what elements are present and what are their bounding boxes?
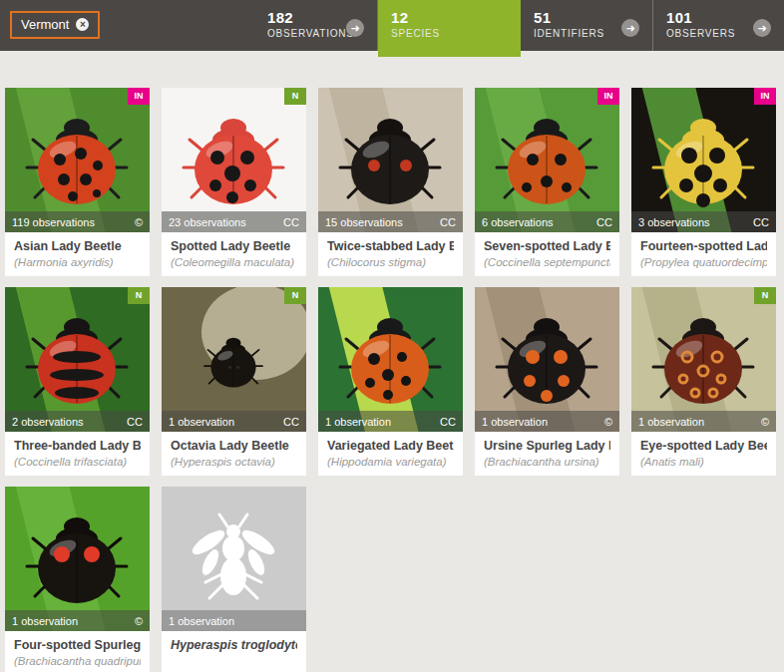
license-label: CC bbox=[753, 216, 769, 228]
photo-overlay-strip: 23 observations CC bbox=[162, 211, 306, 232]
observation-count: 23 observations bbox=[169, 216, 246, 228]
species-card[interactable]: N 1 observation CC Octavia Lady Beetle (… bbox=[162, 287, 306, 476]
species-card[interactable]: 1 observation © Four-spotted Spurleg L..… bbox=[5, 487, 150, 672]
species-card[interactable]: 15 observations CC Twice-stabbed Lady Be… bbox=[318, 88, 463, 276]
tab-species[interactable]: 12 SPECIES bbox=[378, 0, 521, 57]
species-name-block[interactable]: Twice-stabbed Lady Be... (Chilocorus sti… bbox=[318, 232, 463, 276]
stats-tabs: 182 OBSERVATIONS ➜ 12 SPECIES 51 IDENTIF… bbox=[254, 0, 784, 57]
scientific-name: (Hippodamia variegata) bbox=[327, 456, 454, 468]
arrow-right-icon[interactable]: ➜ bbox=[346, 19, 364, 37]
species-card[interactable]: N 23 observations CC Spotted Lady Beetle… bbox=[162, 88, 306, 276]
species-card[interactable]: 1 observation Hyperaspis troglodytes bbox=[162, 487, 306, 672]
photo-overlay-strip: 15 observations CC bbox=[318, 211, 463, 232]
photo-overlay-strip: 1 observation © bbox=[475, 411, 619, 432]
license-label: © bbox=[604, 416, 612, 428]
common-name: Ursine Spurleg Lady B... bbox=[484, 439, 610, 453]
species-name-block[interactable]: Ursine Spurleg Lady B... (Brachiacantha … bbox=[475, 432, 619, 476]
species-photo[interactable]: N 23 observations CC bbox=[162, 88, 306, 232]
species-name-block[interactable]: Four-spotted Spurleg L... (Brachiacantha… bbox=[5, 631, 150, 672]
species-photo[interactable]: IN 119 observations © bbox=[5, 88, 150, 232]
species-photo[interactable]: N 2 observations CC bbox=[5, 287, 150, 432]
common-name: Variegated Lady Beetle bbox=[327, 439, 454, 453]
license-label: © bbox=[761, 416, 769, 428]
scientific-name: (Coccinella trifasciata) bbox=[14, 456, 141, 468]
common-name: Asian Lady Beetle bbox=[14, 239, 141, 253]
species-photo[interactable]: 15 observations CC bbox=[318, 88, 463, 232]
species-name-block[interactable]: Hyperaspis troglodytes bbox=[162, 631, 306, 672]
tab-observers[interactable]: 101 OBSERVERS ➜ bbox=[652, 0, 784, 51]
species-count: 12 bbox=[391, 9, 521, 26]
establishment-badge: IN bbox=[597, 88, 619, 105]
stats-header-bar: Vermont × 182 OBSERVATIONS ➜ 12 SPECIES … bbox=[0, 0, 784, 51]
species-photo[interactable]: N 1 observation © bbox=[631, 287, 776, 432]
place-filter-tag[interactable]: Vermont × bbox=[10, 11, 100, 39]
license-label: CC bbox=[283, 216, 299, 228]
species-name-block[interactable]: Variegated Lady Beetle (Hippodamia varie… bbox=[318, 432, 463, 476]
tab-observations[interactable]: 182 OBSERVATIONS ➜ bbox=[254, 0, 378, 51]
observation-count: 15 observations bbox=[325, 216, 403, 228]
establishment-badge: N bbox=[284, 88, 306, 105]
species-photo[interactable]: 1 observation © bbox=[475, 287, 619, 432]
species-card[interactable]: 1 observation © Ursine Spurleg Lady B...… bbox=[475, 287, 619, 476]
species-card[interactable]: N 1 observation © Eye-spotted Lady Beetl… bbox=[631, 287, 776, 476]
species-card[interactable]: 1 observation CC Variegated Lady Beetle … bbox=[318, 287, 463, 476]
species-photo[interactable]: N 1 observation CC bbox=[162, 287, 306, 432]
species-photo[interactable]: 1 observation bbox=[162, 487, 306, 631]
scientific-name: (Coccinella septempunctata) bbox=[484, 256, 610, 268]
scientific-name: (Propylea quatuordecimpunctat... bbox=[640, 256, 767, 268]
observation-count: 2 observations bbox=[12, 416, 84, 428]
species-card[interactable]: IN 6 observations CC Seven-spotted Lady … bbox=[475, 88, 619, 276]
species-card[interactable]: IN 119 observations © Asian Lady Beetle … bbox=[5, 88, 150, 276]
species-card[interactable]: IN 3 observations CC Fourteen-spotted La… bbox=[631, 88, 776, 276]
species-name-block[interactable]: Spotted Lady Beetle (Coleomegilla macula… bbox=[162, 232, 306, 276]
species-grid: IN 119 observations © Asian Lady Beetle … bbox=[5, 88, 776, 672]
observation-count: 1 observation bbox=[325, 416, 391, 428]
common-name: Twice-stabbed Lady Be... bbox=[327, 239, 454, 253]
common-name: Octavia Lady Beetle bbox=[171, 439, 297, 453]
species-name-block[interactable]: Three-banded Lady Be... (Coccinella trif… bbox=[5, 432, 150, 476]
common-name: Spotted Lady Beetle bbox=[171, 239, 297, 253]
scientific-name: (Brachiacantha quadripunctata) bbox=[14, 655, 141, 667]
species-name-block[interactable]: Eye-spotted Lady Beetle (Anatis mali) bbox=[631, 432, 776, 476]
common-name: Three-banded Lady Be... bbox=[14, 439, 141, 453]
license-label: CC bbox=[283, 416, 299, 428]
species-name-block[interactable]: Octavia Lady Beetle (Hyperaspis octavia) bbox=[162, 432, 306, 476]
arrow-right-icon[interactable]: ➜ bbox=[753, 19, 771, 37]
common-name: Seven-spotted Lady Be... bbox=[484, 239, 610, 253]
license-label: © bbox=[135, 615, 143, 627]
photo-overlay-strip: 119 observations © bbox=[5, 211, 150, 232]
species-card[interactable]: N 2 observations CC Three-banded Lady Be… bbox=[5, 287, 150, 476]
license-label: CC bbox=[596, 216, 612, 228]
tab-identifiers[interactable]: 51 IDENTIFIERS ➜ bbox=[521, 0, 652, 51]
species-label: SPECIES bbox=[391, 28, 521, 39]
observation-count: 1 observation bbox=[169, 615, 234, 627]
photo-overlay-strip: 1 observation CC bbox=[162, 411, 306, 432]
scientific-name: (Chilocorus stigma) bbox=[327, 256, 454, 268]
species-photo[interactable]: 1 observation CC bbox=[318, 287, 463, 432]
observation-count: 119 observations bbox=[12, 216, 95, 228]
establishment-badge: IN bbox=[128, 88, 150, 105]
common-name: Eye-spotted Lady Beetle bbox=[640, 439, 767, 453]
species-photo[interactable]: 1 observation © bbox=[5, 487, 150, 631]
species-name-block[interactable]: Fourteen-spotted Lady... (Propylea quatu… bbox=[631, 232, 776, 276]
species-photo[interactable]: IN 3 observations CC bbox=[631, 88, 776, 232]
observation-count: 6 observations bbox=[482, 216, 554, 228]
scientific-name: (Anatis mali) bbox=[640, 456, 767, 468]
observation-count: 1 observation bbox=[12, 615, 78, 627]
species-name-block[interactable]: Asian Lady Beetle (Harmonia axyridis) bbox=[5, 232, 150, 276]
place-filter-label: Vermont bbox=[21, 17, 69, 32]
arrow-right-icon[interactable]: ➜ bbox=[621, 19, 639, 37]
photo-overlay-strip: 1 observation bbox=[162, 610, 306, 631]
species-name-block[interactable]: Seven-spotted Lady Be... (Coccinella sep… bbox=[475, 232, 619, 276]
establishment-badge: N bbox=[284, 287, 306, 304]
photo-overlay-strip: 2 observations CC bbox=[5, 411, 150, 432]
license-label: © bbox=[135, 216, 143, 228]
common-name: Fourteen-spotted Lady... bbox=[640, 239, 767, 253]
species-photo[interactable]: IN 6 observations CC bbox=[475, 88, 619, 232]
establishment-badge: IN bbox=[754, 88, 776, 105]
observation-count: 1 observation bbox=[638, 416, 704, 428]
photo-overlay-strip: 1 observation © bbox=[5, 610, 150, 631]
photo-overlay-strip: 6 observations CC bbox=[475, 211, 619, 232]
circle-x-icon[interactable]: × bbox=[76, 18, 89, 31]
observation-count: 1 observation bbox=[482, 416, 548, 428]
